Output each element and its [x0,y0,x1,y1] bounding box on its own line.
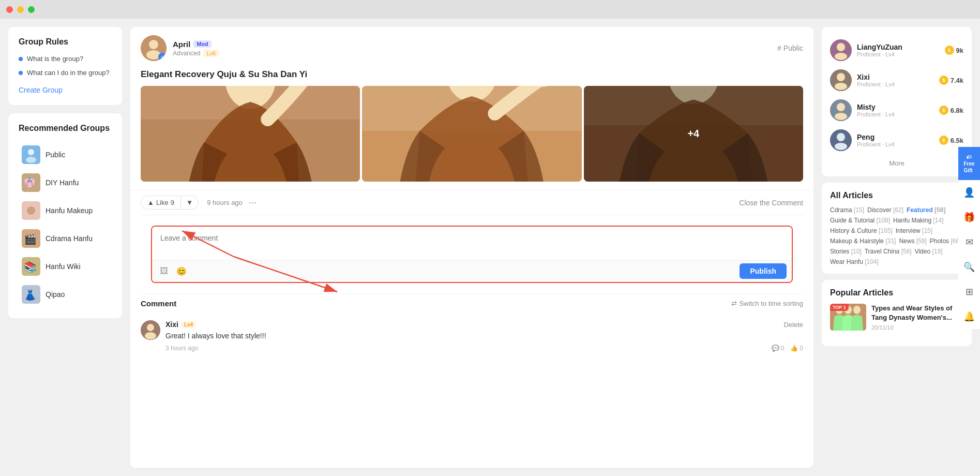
rank-avatar-4 [830,129,852,151]
minimize-dot[interactable] [17,6,24,13]
rank-name-2: Xixi [857,73,934,81]
all-articles-title: All Articles [830,191,963,200]
sidebar-item-qipao[interactable]: 👗 Qipao [19,281,112,308]
svg-point-38 [835,53,847,60]
rank-score-1: $ 9k [945,46,963,55]
svg-text:👘: 👘 [24,177,36,188]
group-avatar-public [22,145,40,164]
post-header: ✓ April Mod Advanced Lv6 # [130,27,813,69]
tag-discover[interactable]: Discover [62] [867,206,903,214]
close-comment-button[interactable]: Close the Comment [739,199,803,207]
rewards-edge-button[interactable]: 🎁 [958,205,980,230]
post-area-wrapper: ✓ April Mod Advanced Lv6 # [130,27,813,362]
coin-icon-2: $ [939,76,948,85]
score-value-4: 6.5k [951,137,963,144]
group-name-public: Public [46,151,65,159]
tag-wear-hanfu[interactable]: Wear Hanfu [104] [830,258,879,265]
tag-guide[interactable]: Guide & Tutorial [108] [830,217,890,224]
tag-hanfu-making[interactable]: Hanfu Making [14] [893,217,943,224]
thumbs-up-icon: ▲ [147,199,154,206]
like-count-value: 0 [800,345,803,352]
tag-stories[interactable]: Stories [10] [830,248,862,255]
more-link[interactable]: More [830,155,963,168]
rule-dot-2 [19,71,23,75]
score-value-3: 6.8k [951,107,963,114]
image-overlay: +4 [584,86,803,182]
rule-item-2: What can I do in the group? [19,69,112,77]
sidebar-item-diy-hanfu[interactable]: 👘 DIY Hanfu [19,169,112,196]
rule-dot-1 [19,57,23,61]
like-label: Like [156,199,169,206]
more-options-button[interactable]: ··· [249,197,257,208]
tag-cdrama[interactable]: Cdrama [15] [830,206,864,214]
tag-news[interactable]: News [59] [899,237,926,245]
tag-history[interactable]: History & Culture [165] [830,227,893,234]
tag-makeup[interactable]: Makeup & Hairstyle [31] [830,237,896,245]
close-dot[interactable] [6,6,13,13]
group-avatar-diy-hanfu: 👘 [22,173,40,192]
rank-name-3: Misty [857,103,934,111]
tag-video[interactable]: Video [19] [915,248,943,255]
verified-badge: ✓ [158,53,167,61]
sort-label: Switch to time sorting [739,300,803,307]
search-edge-button[interactable]: 🔍 [958,255,980,279]
app-container: Group Rules What is the group? What can … [0,19,980,476]
sidebar-item-public[interactable]: Public [19,141,112,168]
rank-user-1: LiangYuZuan Proficient · Lv4 $ 9k [830,35,963,65]
right-sidebar: LiangYuZuan Proficient · Lv4 $ 9k Xixi P… [822,27,972,468]
gift-box-icon: 🎁 [963,212,975,223]
mail-edge-button[interactable]: ✉ [958,230,980,255]
tag-featured[interactable]: Featured [58] [907,206,945,214]
sidebar-item-hanfu-makeup[interactable]: Hanfu Makeup [19,197,112,224]
comment-time: 3 hours ago [165,345,198,352]
rank-info-2: Xixi Proficient · Lv4 [857,73,934,87]
maximize-dot[interactable] [28,6,35,13]
tag-interview[interactable]: Interview [15] [896,227,932,234]
comment-textarea[interactable] [152,227,792,258]
all-articles-card: All Articles Cdrama [15] Discover [62] F… [822,183,972,274]
post-image-3[interactable]: +4 [584,86,803,182]
top-users-card: LiangYuZuan Proficient · Lv4 $ 9k Xixi P… [822,27,972,176]
tag-photos[interactable]: Photos [66] [930,237,961,245]
rank-sub-3: Proficient · Lv4 [857,111,934,117]
image-upload-icon[interactable]: 🖼 [157,264,171,278]
like-button[interactable]: ▲ Like 9 [141,196,180,209]
comment-section: Comment ⇄ Switch to time sorting Xixi L [130,294,813,362]
popular-info-1: Types and Wear Styles of Tang Dynasty Wo… [871,304,963,331]
emoji-icon[interactable]: 😊 [175,264,188,278]
notification-edge-button[interactable]: 🔔 [958,304,980,329]
public-text: Public [783,44,803,52]
comment-text: Great! I always love that style!!! [165,331,803,341]
dislike-button[interactable]: ▼ [181,196,198,209]
person-icon: 👤 [963,187,975,198]
svg-point-6 [27,206,35,215]
svg-point-2 [26,157,36,163]
svg-point-37 [837,43,845,51]
post-image-1[interactable] [141,86,360,182]
article-tags: Cdrama [15] Discover [62] Featured [58] … [830,206,963,265]
publish-button[interactable]: Publish [740,263,787,279]
free-gift-button[interactable]: 🏷 FreeGift [958,147,980,180]
tag-travel[interactable]: Travel China [56] [865,248,912,255]
top-badge-1: TOP 1 [830,304,849,311]
popular-articles-title: Popular Articles [830,288,963,298]
svg-text:🎬: 🎬 [24,233,37,245]
free-gift-label: FreeGift [963,160,974,174]
svg-point-34 [147,324,154,331]
delete-comment-button[interactable]: Delete [783,321,803,329]
create-group-button[interactable]: Create Group [19,86,63,94]
post-image-2[interactable] [362,86,581,182]
sidebar-item-cdrama-hanfu[interactable]: 🎬 Cdrama Hanfu [19,225,112,252]
post-actions: ▲ Like 9 ▼ 9 hours ago ··· Close the Com… [130,190,813,215]
popular-item-1[interactable]: TOP 1 Types and Wear Styles of Tang Dyna… [830,304,963,331]
profile-edge-button[interactable]: 👤 [958,180,980,205]
comment-toolbar: 🖼 😊 Publish [152,260,792,282]
sidebar-item-hanfu-wiki[interactable]: 📚 Hanfu Wiki [19,253,112,280]
edge-buttons: 🏷 FreeGift 👤 🎁 ✉ 🔍 ⊞ 🔔 [958,147,980,329]
sort-button[interactable]: ⇄ Switch to time sorting [731,300,803,307]
score-value-2: 7.4k [951,77,963,84]
thumb-icon: 👍 [790,345,798,352]
grid-edge-button[interactable]: ⊞ [958,279,980,304]
author-info: April Mod Advanced Lv6 [173,40,219,57]
svg-point-14 [149,40,158,49]
